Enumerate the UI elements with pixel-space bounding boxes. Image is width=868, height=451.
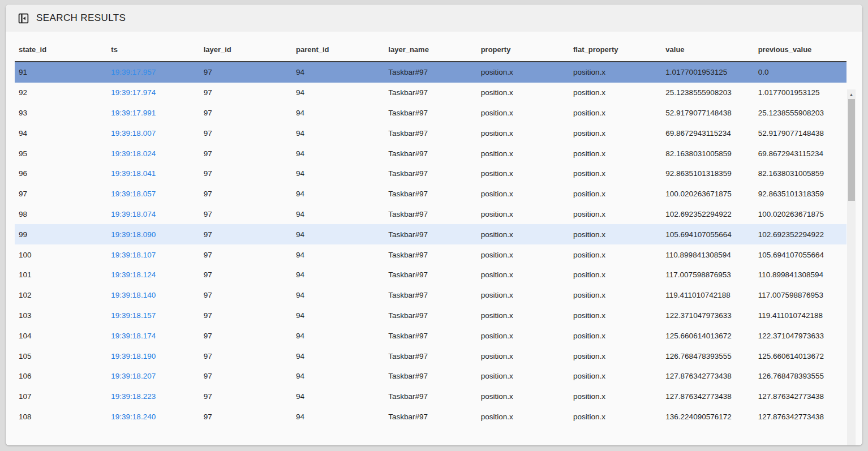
cell-flat_property: position.x xyxy=(569,251,661,259)
cell-previous_value: 127.876342773438 xyxy=(754,392,846,401)
table-row[interactable]: 9419:39:18.0079794Taskbar#97position.xpo… xyxy=(15,123,846,143)
cell-state_id: 106 xyxy=(15,372,107,380)
cell-previous_value: 110.899841308594 xyxy=(754,270,846,279)
cell-layer_id: 97 xyxy=(200,251,292,259)
ts-link[interactable]: 19:39:18.041 xyxy=(111,169,156,178)
cell-ts: 19:39:18.157 xyxy=(107,311,199,320)
table-header-row: state_idtslayer_idparent_idlayer_namepro… xyxy=(15,32,846,62)
table-row[interactable]: 10419:39:18.1749794Taskbar#97position.xp… xyxy=(15,325,846,346)
table-row[interactable]: 10619:39:18.2079794Taskbar#97position.xp… xyxy=(15,366,846,386)
table-row[interactable]: 10319:39:18.1579794Taskbar#97position.xp… xyxy=(15,306,846,326)
cell-state_id: 107 xyxy=(15,392,107,401)
cell-layer_name: Taskbar#97 xyxy=(384,230,476,239)
table-row[interactable]: 10719:39:18.2239794Taskbar#97position.xp… xyxy=(15,386,846,407)
cell-value: 117.007598876953 xyxy=(661,270,754,279)
cell-value: 69.8672943115234 xyxy=(661,129,754,138)
panel-title: SEARCH RESULTS xyxy=(36,12,126,24)
cell-layer_id: 97 xyxy=(200,230,292,239)
ts-link[interactable]: 19:39:18.090 xyxy=(111,230,156,239)
cell-ts: 19:39:17.957 xyxy=(107,68,199,76)
column-header-parent_id[interactable]: parent_id xyxy=(292,45,384,54)
scroll-up-icon[interactable]: ▲ xyxy=(847,91,856,98)
ts-link[interactable]: 19:39:18.190 xyxy=(111,352,156,360)
search-results-panel: SEARCH RESULTS state_idtslayer_idparent_… xyxy=(6,5,862,445)
ts-link[interactable]: 19:39:18.140 xyxy=(111,291,156,299)
ts-link[interactable]: 19:39:18.207 xyxy=(111,372,156,380)
cell-previous_value: 52.9179077148438 xyxy=(754,129,846,138)
column-header-layer_name[interactable]: layer_name xyxy=(384,45,476,54)
ts-link[interactable]: 19:39:18.057 xyxy=(111,190,156,198)
table-row[interactable]: 10019:39:18.1079794Taskbar#97position.xp… xyxy=(15,244,846,265)
cell-layer_id: 97 xyxy=(200,149,292,158)
cell-state_id: 101 xyxy=(15,270,107,279)
ts-link[interactable]: 19:39:18.157 xyxy=(111,311,156,320)
table-row[interactable]: 10219:39:18.1409794Taskbar#97position.xp… xyxy=(15,285,846,306)
cell-layer_name: Taskbar#97 xyxy=(384,270,476,279)
cell-flat_property: position.x xyxy=(569,270,661,279)
cell-state_id: 94 xyxy=(15,129,107,138)
cell-layer_name: Taskbar#97 xyxy=(384,392,476,401)
ts-link[interactable]: 19:39:17.991 xyxy=(111,109,156,117)
cell-layer_name: Taskbar#97 xyxy=(384,68,476,76)
column-header-property[interactable]: property xyxy=(477,45,569,54)
cell-value: 105.694107055664 xyxy=(661,230,754,239)
cell-flat_property: position.x xyxy=(569,352,661,360)
cell-property: position.x xyxy=(477,372,569,380)
cell-previous_value: 126.768478393555 xyxy=(754,372,846,380)
panel-header: SEARCH RESULTS xyxy=(6,5,862,32)
ts-link[interactable]: 19:39:18.074 xyxy=(111,210,156,218)
table-row[interactable]: 9219:39:17.9749794Taskbar#97position.xpo… xyxy=(15,83,846,103)
cell-property: position.x xyxy=(477,311,569,320)
table-row[interactable]: 10819:39:18.2409794Taskbar#97position.xp… xyxy=(15,407,846,427)
ts-link[interactable]: 19:39:18.024 xyxy=(111,149,156,158)
ts-link[interactable]: 19:39:18.107 xyxy=(111,251,156,259)
table-row[interactable]: 9619:39:18.0419794Taskbar#97position.xpo… xyxy=(15,164,846,184)
cell-previous_value: 102.692352294922 xyxy=(754,230,846,239)
column-header-previous_value[interactable]: previous_value xyxy=(754,45,846,54)
cell-state_id: 105 xyxy=(15,352,107,360)
cell-ts: 19:39:18.223 xyxy=(107,392,199,401)
cell-parent_id: 94 xyxy=(292,149,384,158)
table-row[interactable]: 9319:39:17.9919794Taskbar#97position.xpo… xyxy=(15,103,846,123)
column-header-layer_id[interactable]: layer_id xyxy=(200,45,292,54)
ts-link[interactable]: 19:39:18.240 xyxy=(111,413,156,421)
table-row[interactable]: 9819:39:18.0749794Taskbar#97position.xpo… xyxy=(15,204,846,225)
cell-ts: 19:39:18.174 xyxy=(107,332,199,340)
table-row[interactable]: 9919:39:18.0909794Taskbar#97position.xpo… xyxy=(15,224,846,244)
cell-layer_id: 97 xyxy=(200,190,292,198)
vertical-scrollbar[interactable]: ▲ ▼ xyxy=(847,89,856,445)
ts-link[interactable]: 19:39:18.223 xyxy=(111,392,156,401)
cell-property: position.x xyxy=(477,169,569,178)
cell-previous_value: 122.371047973633 xyxy=(754,332,846,340)
ts-link[interactable]: 19:39:18.124 xyxy=(111,270,156,279)
scrollbar-thumb[interactable] xyxy=(848,99,855,201)
column-header-value[interactable]: value xyxy=(661,45,754,54)
cell-parent_id: 94 xyxy=(292,190,384,198)
table-row[interactable]: 9119:39:17.9579794Taskbar#97position.xpo… xyxy=(15,62,846,83)
column-header-ts[interactable]: ts xyxy=(107,45,199,54)
table-row[interactable]: 9519:39:18.0249794Taskbar#97position.xpo… xyxy=(15,143,846,164)
cell-layer_id: 97 xyxy=(200,88,292,97)
table-row[interactable]: 10519:39:18.1909794Taskbar#97position.xp… xyxy=(15,346,846,366)
cell-property: position.x xyxy=(477,413,569,421)
cell-ts: 19:39:18.041 xyxy=(107,169,199,178)
cell-flat_property: position.x xyxy=(569,230,661,239)
cell-layer_id: 97 xyxy=(200,392,292,401)
cell-layer_name: Taskbar#97 xyxy=(384,332,476,340)
ts-link[interactable]: 19:39:18.007 xyxy=(111,129,156,138)
ts-link[interactable]: 19:39:17.974 xyxy=(111,88,156,97)
column-header-flat_property[interactable]: flat_property xyxy=(569,45,661,54)
cell-parent_id: 94 xyxy=(292,210,384,218)
cell-value: 126.768478393555 xyxy=(661,352,754,360)
cell-parent_id: 94 xyxy=(292,88,384,97)
column-header-state_id[interactable]: state_id xyxy=(15,45,107,54)
table-row[interactable]: 10119:39:18.1249794Taskbar#97position.xp… xyxy=(15,265,846,285)
cell-value: 92.8635101318359 xyxy=(661,169,754,178)
cell-state_id: 98 xyxy=(15,210,107,218)
cell-previous_value: 125.660614013672 xyxy=(754,352,846,360)
ts-link[interactable]: 19:39:17.957 xyxy=(111,68,156,76)
ts-link[interactable]: 19:39:18.174 xyxy=(111,332,156,340)
cell-property: position.x xyxy=(477,270,569,279)
table-row[interactable]: 9719:39:18.0579794Taskbar#97position.xpo… xyxy=(15,184,846,204)
cell-state_id: 103 xyxy=(15,311,107,320)
